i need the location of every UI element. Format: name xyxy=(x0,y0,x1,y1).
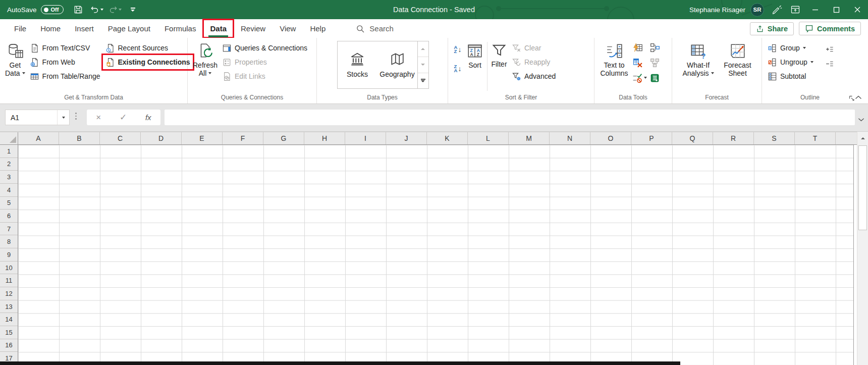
from-table-range-button[interactable]: From Table/Range xyxy=(27,69,103,83)
redo-button[interactable] xyxy=(107,2,122,17)
relationships-button[interactable] xyxy=(648,56,661,69)
column-header[interactable]: A xyxy=(18,132,59,144)
text-to-columns-button[interactable]: Text toColumns xyxy=(598,40,631,92)
from-web-button[interactable]: From Web xyxy=(27,55,103,69)
quick-access-toolbar-button[interactable] xyxy=(125,2,140,17)
column-header[interactable]: N xyxy=(550,132,590,144)
row-header[interactable]: 7 xyxy=(0,223,18,236)
vertical-scrollbar[interactable] xyxy=(857,132,868,365)
minimize-button[interactable] xyxy=(804,0,826,19)
share-button[interactable]: Share xyxy=(750,22,794,35)
ribbon-tab[interactable]: Page Layout xyxy=(101,19,157,38)
row-header[interactable]: 3 xyxy=(0,171,18,184)
formula-input[interactable] xyxy=(165,110,855,125)
column-header-partial[interactable] xyxy=(836,132,857,144)
scrollbar-thumb[interactable] xyxy=(858,145,867,230)
advanced-filter-button[interactable]: Advanced xyxy=(509,69,558,83)
column-header[interactable]: M xyxy=(509,132,550,144)
show-detail-button[interactable] xyxy=(824,44,835,54)
subtotal-button[interactable]: Subtotal xyxy=(765,69,816,83)
row-header[interactable]: 15 xyxy=(0,326,18,339)
gallery-scroll-up-button[interactable] xyxy=(418,41,428,57)
ungroup-button[interactable]: Ungroup xyxy=(765,55,816,69)
ribbon-tab[interactable]: Help xyxy=(303,19,333,38)
column-header[interactable]: C xyxy=(100,132,141,144)
collapse-ribbon-button[interactable] xyxy=(855,92,862,101)
row-header[interactable]: 8 xyxy=(0,235,18,248)
ribbon-tab[interactable]: Data xyxy=(203,19,234,38)
from-text-csv-button[interactable]: From Text/CSV xyxy=(27,41,103,55)
sort-button[interactable]: Sort xyxy=(464,40,485,92)
column-header[interactable]: G xyxy=(263,132,304,144)
search-box[interactable]: Search xyxy=(356,19,394,38)
save-button[interactable] xyxy=(71,2,86,17)
column-header[interactable]: E xyxy=(182,132,223,144)
row-header[interactable]: 13 xyxy=(0,300,18,314)
data-validation-button[interactable] xyxy=(631,71,648,84)
undo-button[interactable] xyxy=(89,2,104,17)
ribbon-tab[interactable]: Home xyxy=(33,19,68,38)
row-header[interactable]: 2 xyxy=(0,158,18,171)
refresh-all-button[interactable]: RefreshAll xyxy=(191,40,220,92)
sort-descending-button[interactable]: ZA↓ xyxy=(451,62,464,75)
column-header[interactable]: H xyxy=(304,132,345,144)
formula-bar-resize-handle[interactable] xyxy=(75,113,77,120)
column-header[interactable]: J xyxy=(386,132,427,144)
select-all-button[interactable] xyxy=(0,132,18,144)
row-header[interactable]: 5 xyxy=(0,197,18,210)
forecast-sheet-button[interactable]: ForecastSheet xyxy=(719,40,757,92)
row-header[interactable]: 10 xyxy=(0,262,18,275)
ribbon-tab[interactable]: File xyxy=(7,19,33,38)
avatar[interactable]: SR xyxy=(750,3,764,17)
column-header[interactable]: T xyxy=(795,132,836,144)
get-data-button[interactable]: GetData xyxy=(3,40,27,92)
column-header[interactable]: O xyxy=(590,132,631,144)
group-button[interactable]: Group xyxy=(765,41,816,55)
flash-fill-button[interactable] xyxy=(631,41,644,54)
comments-button[interactable]: Comments xyxy=(799,22,861,35)
whats-new-button[interactable] xyxy=(768,2,786,17)
geography-button[interactable]: Geography xyxy=(377,41,417,88)
name-box[interactable]: A1 xyxy=(5,110,70,125)
enter-button[interactable]: ✓ xyxy=(120,113,127,122)
row-header[interactable]: 9 xyxy=(0,248,18,262)
gallery-scroll-down-button[interactable] xyxy=(418,57,428,72)
gallery-more-button[interactable] xyxy=(418,73,428,88)
column-header[interactable]: P xyxy=(631,132,672,144)
column-header[interactable]: F xyxy=(223,132,263,144)
manage-data-model-button[interactable] xyxy=(648,71,661,84)
consolidate-button[interactable] xyxy=(648,41,661,54)
ribbon-tab[interactable]: Insert xyxy=(68,19,101,38)
reapply-filter-button[interactable]: Reapply xyxy=(509,55,558,69)
row-header[interactable]: 16 xyxy=(0,339,18,352)
scroll-up-button[interactable] xyxy=(857,132,868,145)
expand-formula-bar-button[interactable] xyxy=(858,115,864,124)
column-header[interactable]: L xyxy=(468,132,509,144)
properties-button[interactable]: Properties xyxy=(220,55,310,69)
insert-function-button[interactable]: fx xyxy=(145,113,151,122)
stocks-button[interactable]: Stocks xyxy=(338,41,377,88)
outline-dialog-launcher-button[interactable] xyxy=(848,95,855,102)
sort-ascending-button[interactable]: AZ↓ xyxy=(451,43,464,56)
recent-sources-button[interactable]: Recent Sources xyxy=(103,41,193,55)
column-header[interactable]: I xyxy=(345,132,386,144)
cancel-button[interactable]: × xyxy=(96,113,101,122)
what-if-analysis-button[interactable]: What-IfAnalysis xyxy=(678,40,719,92)
existing-connections-button[interactable]: Existing Connections xyxy=(103,55,193,69)
column-header[interactable]: D xyxy=(141,132,182,144)
hide-detail-button[interactable] xyxy=(824,59,835,68)
edit-links-button[interactable]: Edit Links xyxy=(220,69,310,83)
worksheet-cells[interactable] xyxy=(18,145,854,365)
filter-button[interactable]: Filter xyxy=(489,40,509,92)
ribbon-tab[interactable]: View xyxy=(273,19,303,38)
column-header[interactable]: S xyxy=(754,132,795,144)
clear-filter-button[interactable]: Clear xyxy=(509,41,558,55)
row-header[interactable]: 1 xyxy=(0,145,18,158)
column-header[interactable]: Q xyxy=(672,132,713,144)
column-header[interactable]: K xyxy=(427,132,468,144)
name-box-dropdown[interactable] xyxy=(57,110,69,125)
row-header[interactable]: 12 xyxy=(0,287,18,300)
ribbon-tab[interactable]: Formulas xyxy=(157,19,203,38)
row-header[interactable]: 4 xyxy=(0,184,18,197)
maximize-button[interactable] xyxy=(826,0,847,19)
